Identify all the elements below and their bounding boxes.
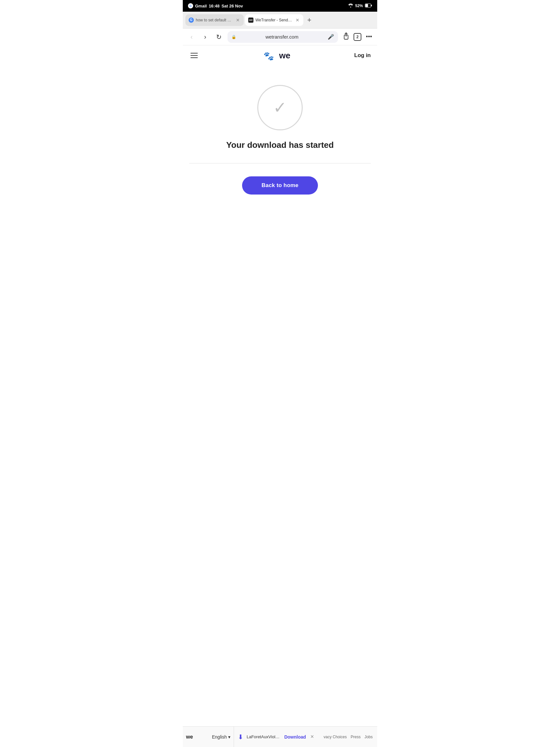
login-button[interactable]: Log in: [354, 52, 371, 59]
lock-icon: 🔒: [231, 35, 236, 39]
status-left: G Gmail 16:48 Sat 26 Nov: [188, 3, 243, 8]
tab-google-close[interactable]: ✕: [235, 17, 240, 23]
wetransfer-favicon: we: [248, 18, 254, 23]
hamburger-line-1: [191, 53, 198, 53]
url-text: wetransfer.com: [239, 34, 325, 40]
reload-button[interactable]: ↻: [214, 32, 223, 42]
tab-bar: G how to set default brows ✕ we WeTransf…: [183, 12, 377, 28]
nav-actions: 2 •••: [342, 31, 373, 43]
new-tab-button[interactable]: +: [304, 15, 314, 26]
main-content: ✓ Your download has started Back to home: [183, 66, 377, 207]
status-right: 52%: [348, 4, 372, 8]
success-title: Your download has started: [226, 140, 334, 150]
battery-text: 52%: [355, 4, 363, 8]
success-circle: ✓: [257, 85, 303, 130]
status-time: 16:48: [209, 4, 219, 8]
tab-wetransfer[interactable]: we WeTransfer - Send Large ✕: [245, 14, 303, 26]
nav-bar: ‹ › ↻ 🔒 wetransfer.com 🎤 2 •••: [183, 28, 377, 45]
wetransfer-logo: 🐾 we: [263, 51, 290, 60]
tab-google[interactable]: G how to set default brows ✕: [185, 14, 244, 26]
svg-rect-2: [371, 4, 372, 6]
site-header: 🐾 we Log in: [183, 45, 377, 66]
status-date: Sat 26 Nov: [221, 4, 243, 8]
back-to-home-button[interactable]: Back to home: [242, 176, 318, 195]
tab-count-badge[interactable]: 2: [353, 33, 361, 41]
tab-wetransfer-close[interactable]: ✕: [295, 17, 300, 23]
share-button[interactable]: [342, 31, 350, 43]
svg-text:🐾: 🐾: [264, 51, 274, 60]
tab-google-title: how to set default brows: [196, 18, 233, 22]
tab-wetransfer-title: WeTransfer - Send Large: [256, 18, 293, 22]
more-button[interactable]: •••: [365, 32, 373, 42]
divider: [189, 163, 371, 163]
google-favicon: G: [189, 18, 194, 23]
svg-rect-1: [366, 4, 368, 7]
back-button[interactable]: ‹: [187, 32, 196, 42]
mic-icon[interactable]: 🎤: [328, 34, 334, 40]
wifi-icon: [348, 4, 353, 8]
hamburger-line-3: [191, 57, 198, 58]
status-app: Gmail: [195, 4, 207, 8]
forward-button[interactable]: ›: [200, 32, 210, 42]
address-bar[interactable]: 🔒 wetransfer.com 🎤: [228, 31, 338, 43]
hamburger-menu[interactable]: [189, 52, 199, 59]
battery-icon: [365, 4, 372, 8]
hamburger-line-2: [191, 55, 198, 56]
gmail-icon: G: [188, 3, 193, 8]
status-bar: G Gmail 16:48 Sat 26 Nov 52%: [183, 0, 377, 12]
checkmark-icon: ✓: [273, 100, 287, 116]
logo-text: we: [279, 51, 290, 60]
logo-svg: 🐾: [263, 51, 279, 60]
